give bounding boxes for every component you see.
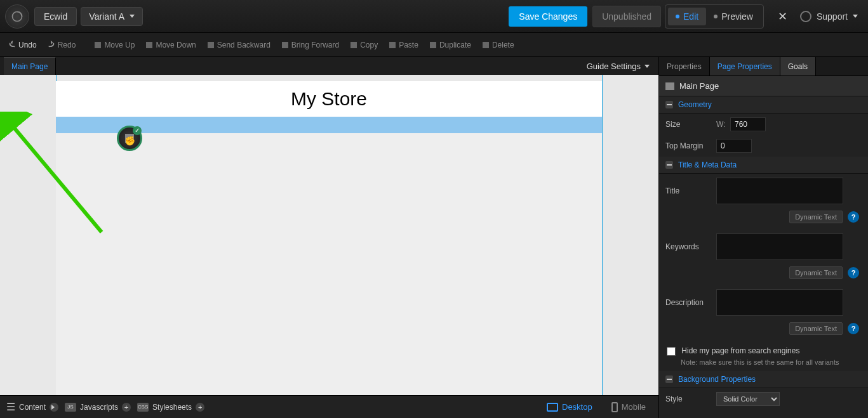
width-input[interactable] (730, 117, 766, 131)
hide-checkbox[interactable] (667, 347, 676, 356)
move-up-icon (95, 42, 101, 48)
gear-icon (800, 11, 811, 22)
redo-icon (48, 42, 55, 48)
properties-tabs: Properties Page Properties Goals (659, 57, 868, 76)
section-geometry[interactable]: Geometry (659, 96, 868, 114)
section-meta[interactable]: Title & Meta Data (659, 157, 868, 174)
section-background[interactable]: Background Properties (659, 371, 868, 388)
move-down-icon (146, 42, 152, 48)
collapse-icon[interactable] (665, 161, 673, 169)
javascripts-panel-toggle[interactable]: JS Javascripts + (65, 403, 131, 412)
project-name[interactable]: Ecwid (34, 7, 77, 26)
properties-header: Main Page (659, 76, 868, 96)
row-keywords: Keywords (659, 230, 868, 264)
help-icon[interactable]: ? (848, 323, 859, 334)
undo-button[interactable]: Undo (4, 38, 42, 52)
guideline[interactable] (602, 75, 603, 395)
row-size: Size W: (659, 114, 868, 135)
row-title: Title (659, 174, 868, 208)
tab-properties[interactable]: Properties (659, 57, 710, 75)
delete-icon (483, 42, 489, 48)
logo-icon[interactable] (5, 4, 29, 29)
duplicate-button[interactable]: Duplicate (425, 38, 476, 52)
collapse-icon[interactable] (665, 376, 673, 383)
page-body[interactable] (56, 133, 602, 395)
top-margin-input[interactable] (716, 139, 752, 153)
edit-mode-button[interactable]: Edit (668, 8, 706, 25)
duplicate-icon (430, 42, 436, 48)
chevron-down-icon (644, 65, 650, 68)
page-icon (665, 82, 674, 90)
support-menu[interactable]: Support (795, 11, 863, 22)
mobile-icon (611, 402, 618, 412)
redo-button[interactable]: Redo (43, 38, 81, 52)
move-up-button[interactable]: Move Up (90, 38, 140, 52)
undo-icon (9, 42, 16, 48)
description-textarea[interactable] (716, 289, 843, 316)
row-description: Description (659, 285, 868, 320)
copy-icon (351, 42, 357, 48)
plus-icon[interactable]: + (196, 403, 204, 412)
variant-selector[interactable]: Variant A (81, 7, 143, 26)
paste-icon (389, 42, 396, 48)
dot-icon (714, 15, 718, 18)
tab-main-page[interactable]: Main Page (4, 57, 56, 75)
page-section[interactable]: My Store (56, 81, 602, 133)
move-down-button[interactable]: Move Down (141, 38, 201, 52)
copy-button[interactable]: Copy (345, 38, 383, 52)
help-icon[interactable]: ? (848, 267, 859, 278)
desktop-icon (547, 403, 558, 412)
bring-forward-icon (282, 42, 288, 48)
dynamic-text-button[interactable]: Dynamic Text (789, 211, 843, 223)
bring-forward-button[interactable]: Bring Forward (277, 38, 344, 52)
dot-icon (676, 15, 679, 18)
top-bar: Ecwid Variant A Save Changes Unpublished… (0, 0, 868, 33)
variant-label: Variant A (89, 11, 124, 22)
publish-status[interactable]: Unpublished (592, 6, 661, 27)
menu-icon: ☰ (6, 401, 15, 413)
css-icon: CSS (137, 403, 149, 412)
close-icon[interactable]: ✕ (770, 10, 795, 23)
js-icon: JS (65, 403, 76, 412)
guide-settings-menu[interactable]: Guide Settings (578, 62, 658, 71)
hide-note: Note: make sure this is set the same for… (667, 356, 860, 366)
preview-mode-button[interactable]: Preview (706, 8, 761, 25)
action-toolbar: Undo Redo Move Up Move Down Send Backwar… (0, 33, 868, 57)
row-top-margin: Top Margin (659, 135, 868, 157)
cursor-icon: ✊ (124, 136, 135, 146)
page-title-text[interactable]: My Store (56, 81, 602, 117)
help-icon[interactable]: ? (848, 211, 859, 223)
send-backward-icon (208, 42, 214, 48)
style-select[interactable]: Solid Color (716, 392, 780, 406)
keywords-textarea[interactable] (716, 233, 843, 260)
title-textarea[interactable] (716, 178, 843, 204)
mode-toggle: Edit Preview (665, 4, 764, 29)
save-button[interactable]: Save Changes (509, 6, 587, 27)
collapse-icon[interactable] (665, 101, 673, 108)
desktop-view-button[interactable]: Desktop (540, 402, 599, 412)
delete-button[interactable]: Delete (477, 38, 519, 52)
check-icon: ✓ (133, 126, 142, 135)
send-backward-button[interactable]: Send Backward (203, 38, 276, 52)
tab-page-properties[interactable]: Page Properties (710, 57, 780, 75)
content-panel-toggle[interactable]: ☰ Content (6, 401, 58, 413)
drag-handle-right[interactable] (658, 235, 659, 254)
row-style: Style Solid Color (659, 388, 868, 410)
properties-panel: Properties Page Properties Goals Main Pa… (658, 57, 868, 418)
dynamic-text-button[interactable]: Dynamic Text (789, 266, 843, 279)
canvas[interactable]: My Store ✓ ✊ (0, 75, 658, 395)
dynamic-text-button[interactable]: Dynamic Text (789, 322, 843, 335)
mobile-view-button[interactable]: Mobile (605, 402, 652, 412)
plus-icon[interactable]: + (122, 403, 131, 412)
paste-button[interactable]: Paste (384, 38, 424, 52)
stylesheets-panel-toggle[interactable]: CSS Stylesheets + (137, 403, 204, 412)
play-icon (50, 403, 58, 412)
row-hide-from-search: Hide my page from search engines Note: m… (659, 341, 868, 371)
bottom-bar: ☰ Content JS Javascripts + CSS Styleshee… (0, 395, 658, 418)
chevron-down-icon (853, 15, 858, 18)
canvas-tabstrip: Main Page Guide Settings (0, 57, 658, 75)
chevron-down-icon (130, 15, 135, 18)
tab-goals[interactable]: Goals (780, 57, 816, 75)
